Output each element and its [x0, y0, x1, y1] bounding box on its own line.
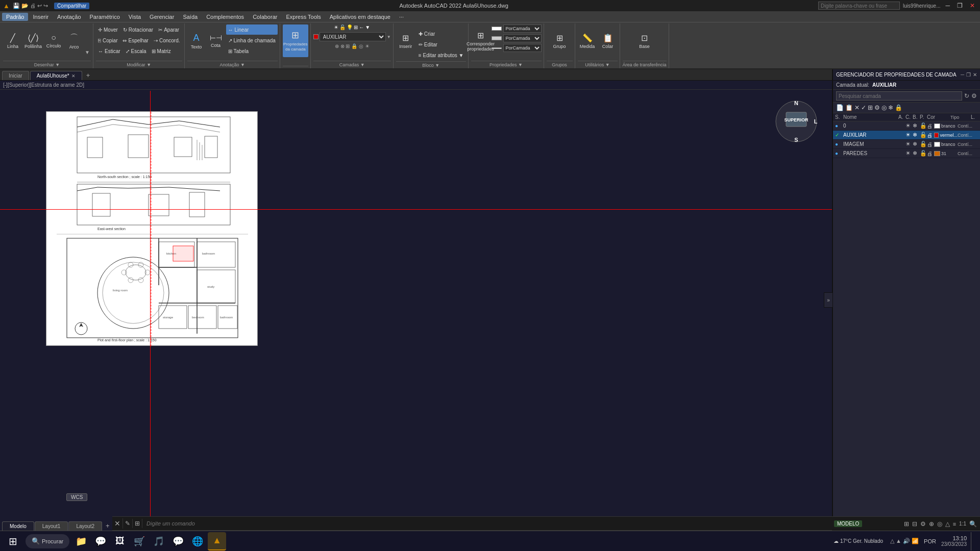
grupo-button[interactable]: ⊞ Grupo [550, 24, 569, 57]
osnap-btn[interactable]: ◎ [936, 519, 943, 529]
tab-aula6uhouse[interactable]: Aula6Uhouse* ✕ [30, 71, 82, 80]
freeze-layer-btn[interactable]: ❄ [888, 104, 893, 111]
polar-btn[interactable]: ⊕ [928, 519, 935, 529]
search-input[interactable] [818, 2, 900, 10]
tabela-button[interactable]: ⊞Tabela [226, 46, 278, 56]
show-desktop-btn[interactable] [971, 532, 974, 550]
minimize-button[interactable]: ─ [943, 2, 952, 9]
start-button[interactable]: ⊞ [3, 532, 23, 550]
zoom-btn[interactable]: 🔍 [968, 519, 978, 529]
command-input[interactable] [142, 517, 832, 530]
texto-button[interactable]: A Texto [187, 24, 206, 57]
restore-button[interactable]: ❐ [955, 2, 965, 9]
clock-display[interactable]: 13:10 23/03/2023 [941, 535, 967, 547]
lineweight-btn[interactable]: ≡ [952, 520, 957, 528]
medida-button[interactable]: 📏 Medida [578, 24, 597, 57]
base-button[interactable]: ⊡ Base [635, 24, 654, 57]
menu-saida[interactable]: Saída [179, 13, 202, 21]
por-camada-select-3[interactable]: PorCamada [503, 44, 542, 52]
por-camada-select-1[interactable]: PorCamada [503, 24, 542, 33]
matriz-button[interactable]: ⊞Matriz [150, 46, 173, 56]
panel-expand-button[interactable]: » [824, 292, 833, 308]
inserir-button[interactable]: ⊞ Inserir [396, 24, 415, 57]
copiar-button[interactable]: ⎘Copiar [96, 35, 119, 45]
macro-btn[interactable]: ✎ [123, 519, 133, 528]
concord-button[interactable]: ⇢Concord. [152, 35, 182, 45]
layer-row-auxiliar[interactable]: ✓ AUXILIAR ☀ ❄ 🔓 🖨 vermel... Contí... [833, 131, 980, 140]
search-taskbar[interactable]: 🔍 Procurar [26, 534, 69, 548]
grid-btn[interactable]: ⊞ [903, 519, 910, 529]
mover-button[interactable]: ✛Mover [96, 24, 120, 35]
menu-colaborar[interactable]: Colaborar [249, 13, 281, 21]
layer-freeze-imagem[interactable]: ❄ [913, 141, 920, 147]
layer-state-btn[interactable]: ⊞ [868, 104, 873, 111]
new-layer-btn[interactable]: 📄 [836, 104, 844, 111]
menu-inserir[interactable]: Inserir [29, 13, 53, 21]
linha-chamada-button[interactable]: ↗Linha de chamada [226, 35, 278, 45]
tab-layout2[interactable]: Layout2 [68, 521, 102, 531]
menu-anotacao[interactable]: Anotação [53, 13, 85, 21]
escala-button[interactable]: ⤢Escala [124, 46, 149, 56]
menu-more[interactable]: ··· [395, 13, 408, 21]
otrack-btn[interactable]: △ [944, 519, 951, 529]
layer-search-input[interactable] [836, 91, 962, 101]
menu-vista[interactable]: Vista [125, 13, 145, 21]
tab-iniciar[interactable]: Iniciar [2, 71, 29, 80]
drawing-tab-add-button[interactable]: + [103, 521, 113, 531]
layer-freeze-paredes[interactable]: ❄ [913, 150, 920, 157]
criar-button[interactable]: ✚Criar [416, 29, 466, 39]
editar-button[interactable]: ✏Editar [416, 39, 466, 49]
menu-parametrico[interactable]: Paramétrico [86, 13, 124, 21]
modelo-btn[interactable]: MODELO [834, 520, 862, 527]
layer-color-imagem[interactable]: branco [934, 142, 958, 147]
taskbar-explorer-icon[interactable]: 📁 [72, 532, 90, 550]
tab-modelo[interactable]: Modelo [2, 521, 34, 531]
por-camada-select-2[interactable]: PorCamada [503, 34, 542, 42]
taskbar-music-icon[interactable]: 🎵 [150, 532, 168, 550]
layer-on-paredes[interactable]: ☀ [905, 150, 913, 157]
share-btn[interactable]: Compartilhar [54, 3, 89, 9]
taskbar-autocad-icon[interactable]: ▲ [208, 532, 226, 550]
polilinha-button[interactable]: ⟨╱⟩ Polilinha [23, 24, 43, 57]
layer-plot-imagem[interactable]: 🖨 [927, 141, 934, 147]
settings-icon[interactable]: ⚙ [971, 92, 977, 99]
compass-widget[interactable]: N S L SUPERIOR [771, 96, 822, 147]
panel-maximize-btn[interactable]: ❐ [966, 72, 971, 78]
taskbar-chat-icon[interactable]: 💬 [91, 532, 110, 550]
weather-widget[interactable]: ☁ 17°C Ger. Nublado [834, 538, 883, 544]
layer-settings-btn[interactable]: ⚙ [874, 104, 880, 111]
layer-lock-paredes[interactable]: 🔓 [920, 150, 927, 157]
layer-on-auxiliar[interactable]: ☀ [905, 132, 913, 138]
layer-freeze-auxiliar[interactable]: ❄ [913, 132, 920, 138]
delete-layer-btn[interactable]: ✕ [854, 104, 860, 111]
taskbar-teams-icon[interactable]: 💬 [169, 532, 187, 550]
taskbar-store-icon[interactable]: 🛒 [130, 532, 149, 550]
layer-color-paredes[interactable]: 31 [934, 151, 958, 156]
command-history-btn[interactable]: ⊞ [133, 519, 142, 528]
espelhar-button[interactable]: ⇔Espelhar [120, 35, 150, 45]
taskbar-photos-icon[interactable]: 🖼 [111, 532, 129, 550]
corresponder-props-button[interactable]: ⊞ Corresponder propriedades [471, 24, 491, 57]
menu-gerenciar[interactable]: Gerenciar [145, 13, 178, 21]
layer-lock-imagem[interactable]: 🔓 [920, 141, 927, 147]
linear-button[interactable]: ↔Linear [226, 24, 278, 35]
colar-button[interactable]: 📋 Colar [598, 24, 618, 57]
tab-layout1[interactable]: Layout1 [35, 521, 68, 531]
tab-close-icon[interactable]: ✕ [71, 73, 76, 79]
panel-close-btn[interactable]: ✕ [973, 72, 977, 78]
layer-select[interactable]: AUXILIAR 0 IMAGEM PAREDES [320, 32, 386, 41]
menu-complementos[interactable]: Complementos [202, 13, 248, 21]
layer-plot-0[interactable]: 🖨 [927, 123, 934, 129]
taskbar-browser-icon[interactable]: 🌐 [188, 532, 207, 550]
editar-atributos-button[interactable]: ≡Editar atributos ▼ [416, 50, 466, 60]
language-indicator[interactable]: POR [922, 537, 938, 545]
propriedades-camada-button[interactable]: ⊞ Propriedades da camada [283, 24, 308, 57]
isolate-layer-btn[interactable]: ◎ [881, 104, 887, 111]
refresh-icon[interactable]: ↻ [964, 92, 969, 99]
panel-minimize-btn[interactable]: ─ [961, 72, 964, 78]
layer-lock-0[interactable]: 🔓 [920, 122, 927, 129]
rotacionar-button[interactable]: ↻Rotacionar [121, 24, 155, 35]
close-button[interactable]: ✕ [968, 2, 977, 9]
layer-plot-paredes[interactable]: 🖨 [927, 151, 934, 157]
set-current-btn[interactable]: ✓ [861, 104, 866, 111]
